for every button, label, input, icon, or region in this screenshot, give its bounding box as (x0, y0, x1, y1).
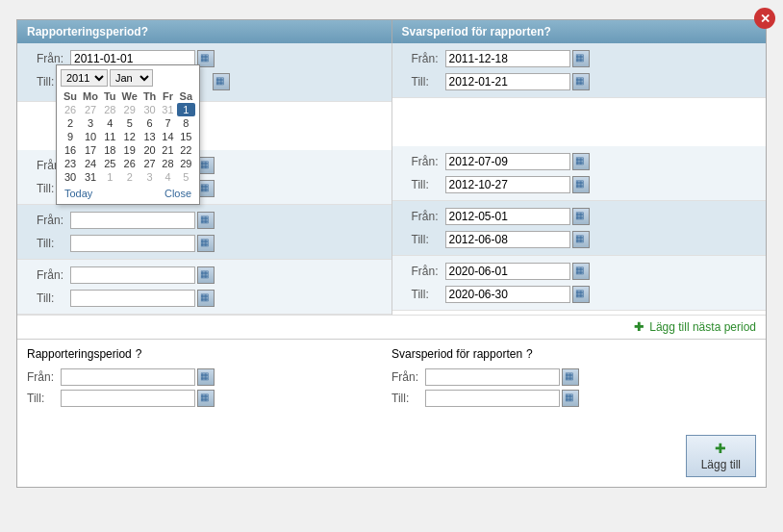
cal-day[interactable]: 28 (101, 103, 119, 116)
cal-day[interactable]: 15 (177, 130, 195, 143)
add-period-row[interactable]: ✚ Lägg till nästa period (17, 315, 766, 339)
left-help-icon[interactable]: ? (141, 25, 148, 38)
row-3-right-from: Från: (402, 205, 757, 228)
row-3-right-till-input[interactable] (445, 231, 570, 248)
row-4-from-cal-icon[interactable] (197, 266, 215, 284)
row-3-till-input[interactable] (70, 235, 195, 252)
bottom-left-till-cal-icon[interactable] (197, 390, 215, 407)
cal-day[interactable]: 6 (140, 116, 159, 130)
row-4-right-from-cal-icon[interactable] (572, 263, 590, 280)
cal-day[interactable]: 21 (159, 143, 176, 157)
row-2-right-till-cal-icon[interactable] (572, 176, 590, 193)
close-button[interactable]: ✕ (754, 8, 775, 29)
cal-day[interactable]: 9 (61, 130, 80, 143)
cal-day[interactable]: 3 (80, 116, 101, 130)
cal-day[interactable]: 31 (80, 170, 101, 184)
cal-day[interactable]: 11 (101, 130, 119, 143)
row-2-right-till-input[interactable] (445, 176, 570, 193)
cal-day[interactable]: 5 (119, 116, 140, 130)
row-1-right-till-input[interactable] (445, 73, 570, 90)
cal-day[interactable]: 26 (61, 103, 80, 116)
row-3-right-from-input[interactable] (445, 208, 570, 225)
bottom-right-from-input[interactable] (425, 368, 560, 386)
row-3-right-from-cal-icon[interactable] (572, 208, 590, 225)
cal-day[interactable]: 31 (159, 103, 176, 116)
cal-day[interactable]: 29 (119, 103, 140, 116)
cal-close-link[interactable]: Close (161, 187, 195, 200)
cal-day[interactable]: 24 (80, 157, 101, 170)
cal-today-link[interactable]: Today (61, 187, 96, 200)
left-header-label: Rapporteringsperiod (27, 25, 141, 38)
bottom-right-till-input[interactable] (425, 390, 560, 407)
cal-day[interactable]: 3 (140, 170, 159, 184)
row-4-till-cal-icon[interactable] (197, 290, 215, 307)
row-4-right-till-label: Till: (412, 288, 445, 301)
row-3-from-input[interactable] (70, 212, 195, 229)
bottom-section-header: Rapporteringsperiod ? Svarsperiod för ra… (27, 347, 756, 361)
bottom-left-till-input[interactable] (61, 390, 195, 407)
bottom-left-from-row: Från: (27, 368, 392, 386)
cal-day[interactable]: 4 (101, 116, 119, 130)
cal-day[interactable]: 20 (140, 143, 159, 157)
row-1-right-from-cal-icon[interactable] (572, 50, 590, 67)
row-3-from-label: Från: (37, 214, 70, 227)
cal-day[interactable]: 8 (177, 116, 195, 130)
row-3-till-cal-icon[interactable] (197, 235, 215, 252)
cal-day[interactable]: 22 (177, 143, 195, 157)
bottom-right-from-cal-icon[interactable] (562, 368, 579, 386)
cal-day[interactable]: 29 (177, 157, 195, 170)
cal-year-select[interactable]: 2009 2010 2011 2012 2013 (61, 69, 108, 87)
cal-day[interactable]: 18 (101, 143, 119, 157)
cal-day[interactable]: 10 (80, 130, 101, 143)
cal-month-select[interactable]: Jan Feb Mar Apr May Jun Jul Aug Sep Oct (110, 69, 153, 87)
row-1-right-from-input[interactable] (445, 50, 570, 67)
cal-day-selected[interactable]: 1 (177, 103, 195, 116)
cal-day[interactable]: 28 (159, 157, 176, 170)
bottom-right-till-cal-icon[interactable] (562, 390, 579, 407)
bottom-right-help-icon[interactable]: ? (526, 347, 533, 361)
row-4-from-input[interactable] (70, 266, 195, 284)
cal-day[interactable]: 14 (159, 130, 176, 143)
right-help-icon[interactable]: ? (544, 25, 551, 38)
row-4-right-till-input[interactable] (445, 286, 570, 303)
cal-day[interactable]: 16 (61, 143, 80, 157)
bottom-left-from-cal-icon[interactable] (197, 368, 215, 386)
cal-day[interactable]: 23 (61, 157, 80, 170)
cal-day[interactable]: 12 (119, 130, 140, 143)
row-4-right-till-cal-icon[interactable] (572, 286, 590, 303)
row-3-right-till-cal-icon[interactable] (572, 231, 590, 248)
row-4-right-from-input[interactable] (445, 263, 570, 280)
row-4-till-input[interactable] (70, 290, 195, 307)
cal-day[interactable]: 26 (119, 157, 140, 170)
bottom-left-from-input[interactable] (61, 368, 195, 386)
add-period-label[interactable]: Lägg till nästa period (649, 320, 756, 334)
cal-day[interactable]: 30 (61, 170, 80, 184)
cal-day[interactable]: 7 (159, 116, 176, 130)
submit-button[interactable]: ✚ Lägg till (686, 435, 756, 477)
row-2-right-from-label: Från: (412, 155, 445, 168)
cal-day[interactable]: 5 (177, 170, 195, 184)
bottom-right-from-label: Från: (392, 370, 425, 384)
row-2-right-from-cal-icon[interactable] (572, 153, 590, 170)
cal-day[interactable]: 13 (140, 130, 159, 143)
cal-day[interactable]: 17 (80, 143, 101, 157)
bottom-left-help-icon[interactable]: ? (136, 347, 142, 361)
row-2-right-till-label: Till: (412, 178, 445, 191)
cal-day[interactable]: 27 (140, 157, 159, 170)
cal-day[interactable]: 27 (80, 103, 101, 116)
cal-day[interactable]: 2 (61, 116, 80, 130)
cal-day[interactable]: 30 (140, 103, 159, 116)
row-1-till-cal-icon[interactable] (213, 73, 230, 90)
bottom-right-from-row: Från: (392, 368, 756, 386)
row-3-from-cal-icon[interactable] (197, 212, 215, 229)
add-period-plus-icon: ✚ (634, 320, 644, 334)
row-1-left: Från: Till: 2009 2010 2011 2012 (17, 43, 392, 102)
cal-day[interactable]: 19 (119, 143, 140, 157)
row-1-right-till-cal-icon[interactable] (572, 73, 590, 90)
cal-day[interactable]: 4 (159, 170, 176, 184)
row-2-right-from-input[interactable] (445, 153, 570, 170)
row-4-right: Från: Till: (392, 256, 767, 311)
cal-day[interactable]: 25 (101, 157, 119, 170)
cal-day[interactable]: 1 (101, 170, 119, 184)
cal-day[interactable]: 2 (119, 170, 140, 184)
